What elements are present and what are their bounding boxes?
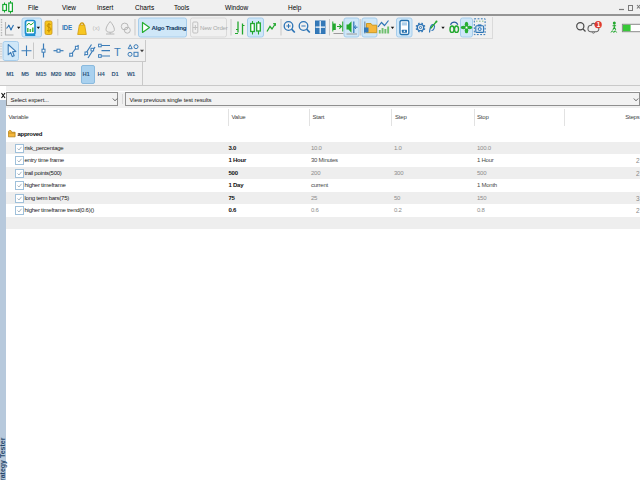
svg-text:1: 1 xyxy=(597,21,601,28)
svg-text:(x): (x) xyxy=(93,24,100,31)
svg-text:T: T xyxy=(114,46,121,58)
svg-text:New Order: New Order xyxy=(200,25,228,31)
svg-text:IDE: IDE xyxy=(62,24,72,31)
svg-text:Algo Trading: Algo Trading xyxy=(152,24,187,31)
